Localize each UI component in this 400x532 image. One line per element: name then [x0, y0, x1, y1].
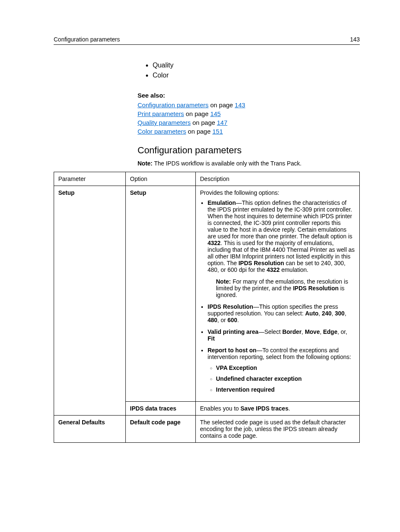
sub-vpa-label: VPA Exception [216, 364, 257, 371]
see-also-title: See also: [138, 92, 360, 99]
valid-edge: Edge [323, 328, 337, 335]
emulation-label: Emulation [208, 199, 236, 206]
table-row-setup: Setup Setup Provides the following optio… [54, 186, 360, 402]
cell-option-setup: Setup [126, 186, 196, 402]
setup-intro: Provides the following options: [200, 189, 279, 196]
note-text: The IPDS workflow is available only with… [153, 160, 301, 167]
top-bullet-list: Quality Color [138, 62, 360, 79]
ipdsres-end: . [237, 317, 239, 323]
sub-interv-label: Intervention required [216, 386, 275, 393]
emulation-4322b: 4322 [267, 266, 280, 273]
th-option: Option [126, 172, 196, 186]
sub-vpa-exception: VPA Exception [216, 364, 355, 371]
section-title: Configuration parameters [138, 145, 360, 156]
document-page: Configuration parameters 143 Quality Col… [0, 0, 400, 532]
ipds-traces-text-2: . [288, 405, 290, 412]
see-also-line-4: Color parameters on page 151 [138, 128, 360, 135]
cell-param-general-defaults: General Defaults [54, 416, 126, 443]
valid-sep1: , [301, 328, 305, 335]
link-color-parameters[interactable]: Color parameters [138, 128, 186, 135]
emulation-text-4: emulation. [280, 266, 308, 273]
ipds-traces-bold: Save IPDS traces [241, 405, 288, 412]
ipdsres-sep2: , [332, 310, 335, 317]
th-description: Description [196, 172, 360, 186]
valid-label: Valid printing area [208, 328, 258, 335]
bullet-color: Color [153, 72, 360, 79]
cell-desc-setup: Provides the following options: Emulatio… [196, 186, 360, 402]
cell-option-ipds-traces: IPDS data traces [126, 402, 196, 416]
ipdsres-auto: Auto [305, 310, 319, 317]
see-also-connector: on page [191, 119, 217, 126]
item-emulation: Emulation—This option defines the charac… [208, 199, 355, 298]
emulation-note: Note: For many of the emulations, the re… [216, 278, 355, 298]
note-label: Note: [138, 160, 153, 167]
see-also-line-1: Configuration parameters on page 143 [138, 101, 360, 108]
page-number: 143 [350, 36, 360, 43]
emulation-4322: 4322 [208, 240, 221, 246]
see-also-connector: on page [184, 110, 210, 117]
ipds-traces-text-1: Enables you to [200, 405, 241, 412]
ipdsres-300: 300 [335, 310, 345, 317]
link-page-147[interactable]: 147 [217, 119, 227, 126]
valid-or: , or, [338, 328, 347, 335]
valid-move: Move [305, 328, 320, 335]
see-also-line-2: Print parameters on page 145 [138, 110, 360, 117]
link-quality-parameters[interactable]: Quality parameters [138, 119, 191, 126]
ipdsres-or: , or [217, 317, 227, 323]
header-title: Configuration parameters [54, 36, 120, 43]
item-valid-printing-area: Valid printing area—Select Border, Move,… [208, 328, 355, 342]
section-note: Note: The IPDS workflow is available onl… [138, 160, 360, 167]
cell-option-default-code-page: Default code page [126, 416, 196, 443]
item-ipds-resolution: IPDS Resolution—This option specifies th… [208, 303, 355, 323]
ipdsres-480: 480 [208, 317, 217, 323]
link-page-145[interactable]: 145 [210, 110, 221, 117]
emulation-note-label: Note: [216, 278, 231, 285]
emulation-ipds-res: IPDS Resolution [239, 260, 284, 266]
see-also-connector: on page [208, 101, 235, 108]
cell-desc-default-code-page: The selected code page is used as the de… [196, 416, 360, 443]
valid-fit: Fit [208, 335, 215, 342]
link-print-parameters[interactable]: Print parameters [138, 110, 184, 117]
valid-text-1: —Select [258, 328, 282, 335]
report-sublist: VPA Exception Undefined character except… [208, 364, 355, 393]
valid-border: Border [282, 328, 301, 335]
ipdsres-600: 600 [227, 317, 237, 323]
bullet-quality: Quality [153, 62, 360, 69]
item-report-to-host: Report to host on—To control the excepti… [208, 347, 355, 393]
link-page-143[interactable]: 143 [235, 101, 245, 108]
link-configuration-parameters[interactable]: Configuration parameters [138, 101, 208, 108]
cell-desc-ipds-traces: Enables you to Save IPDS traces. [196, 402, 360, 416]
see-also-block: See also: Configuration parameters on pa… [138, 92, 360, 135]
sub-intervention: Intervention required [216, 386, 355, 393]
table-row-general-defaults: General Defaults Default code page The s… [54, 416, 360, 443]
ipdsres-240: 240 [322, 310, 331, 317]
ipdsres-sep3: , [345, 310, 346, 317]
emulation-note-bold: IPDS Resolution [293, 285, 339, 292]
see-also-connector: on page [186, 128, 213, 135]
table-header-row: Parameter Option Description [54, 172, 360, 186]
link-page-151[interactable]: 151 [212, 128, 223, 135]
sub-undefined-char: Undefined character exception [216, 375, 355, 382]
top-content: Quality Color See also: Configuration pa… [138, 62, 360, 167]
see-also-line-3: Quality parameters on page 147 [138, 119, 360, 126]
cell-param-setup: Setup [54, 186, 126, 416]
report-label: Report to host on [208, 347, 257, 354]
ipdsres-label: IPDS Resolution [208, 303, 253, 310]
setup-options-list: Emulation—This option defines the charac… [200, 199, 355, 393]
sub-undef-label: Undefined character exception [216, 375, 302, 382]
parameters-table: Parameter Option Description Setup Setup… [54, 172, 360, 443]
th-parameter: Parameter [54, 172, 126, 186]
page-header: Configuration parameters 143 [54, 36, 360, 45]
